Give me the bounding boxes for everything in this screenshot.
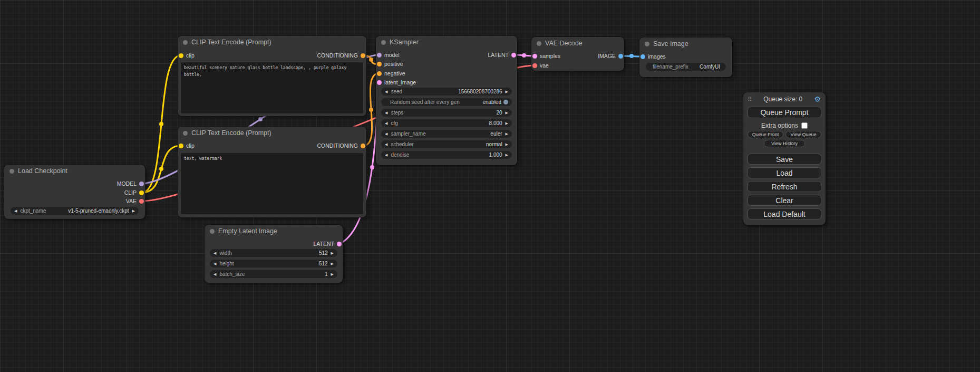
node-graph-canvas[interactable]: Load Checkpoint MODEL CLIP VAE ◀ ckpt_na… [0,0,980,372]
widget-seed[interactable]: ◀ seed 156680208700286 ▶ [381,88,512,96]
slot-dot-conditioning[interactable] [361,144,365,148]
prompt-textarea[interactable]: text, watermark [181,153,363,214]
clear-button[interactable]: Clear [748,195,821,206]
widget-steps[interactable]: ◀ steps 20 ▶ [381,109,512,117]
widget-scheduler[interactable]: ◀ scheduler normal ▶ [381,140,512,148]
increment-arrow-icon[interactable]: ▶ [506,140,508,148]
slot-label: CONDITIONING [317,142,358,149]
decrement-arrow-icon[interactable]: ◀ [385,140,387,148]
widget-name: steps [391,110,403,116]
node-title: Save Image [653,40,688,47]
slot-dot-conditioning[interactable] [361,53,365,58]
node-status-dot [183,40,188,45]
increment-arrow-icon[interactable]: ▶ [506,109,508,117]
increment-arrow-icon[interactable]: ▶ [506,119,508,127]
slot-label: MODEL [117,180,137,187]
increment-arrow-icon[interactable]: ▶ [132,207,135,215]
widget-name: seed [391,89,402,94]
node-clip-text-encode-negative[interactable]: CLIP Text Encode (Prompt) clip CONDITION… [178,127,366,217]
slot-label: IMAGE [598,53,616,59]
node-title-bar[interactable]: Load Checkpoint [4,165,145,177]
widget-batch-size[interactable]: ◀ batch_size 1 ▶ [210,270,337,278]
widget-name: batch_size [219,271,245,277]
widget-value: ComfyUI [700,64,720,70]
slot-label: clip [186,52,195,59]
node-title-bar[interactable]: VAE Decode [531,37,624,50]
output-slot-vae: VAE [126,197,144,205]
slot-dot-clip[interactable] [139,190,144,195]
drag-handle-icon[interactable]: ⠿ [748,96,752,103]
widget-value: 8.000 [489,120,502,126]
node-load-checkpoint[interactable]: Load Checkpoint MODEL CLIP VAE ◀ ckpt_na… [4,165,145,219]
refresh-button[interactable]: Refresh [748,181,821,192]
widget-filename-prefix[interactable]: filename_prefix ComfyUI [646,63,726,71]
widget-ckpt-name[interactable]: ◀ ckpt_name v1-5-pruned-emaonly.ckpt ▶ [11,207,139,215]
decrement-arrow-icon[interactable]: ◀ [14,207,17,215]
slot-dot-latent-image[interactable] [377,80,382,85]
increment-arrow-icon[interactable]: ▶ [331,260,334,268]
widget-sampler-name[interactable]: ◀ sampler_name euler ▶ [381,130,512,138]
node-empty-latent-image[interactable]: Empty Latent Image LATENT ◀ width 512 ▶ … [205,225,343,283]
slot-dot-negative[interactable] [377,71,382,76]
increment-arrow-icon[interactable]: ▶ [506,88,508,96]
slot-dot-clip[interactable] [179,53,183,58]
node-title-bar[interactable]: KSampler [376,36,517,49]
node-title-bar[interactable]: CLIP Text Encode (Prompt) [178,127,366,139]
decrement-arrow-icon[interactable]: ◀ [214,249,216,257]
widget-denoise[interactable]: ◀ denoise 1.000 ▶ [381,151,512,159]
slot-dot-vae[interactable] [532,63,537,68]
settings-gear-icon[interactable]: ⚙ [814,96,821,103]
increment-arrow-icon[interactable]: ▶ [331,270,334,278]
node-clip-text-encode-positive[interactable]: CLIP Text Encode (Prompt) clip CONDITION… [178,36,366,116]
view-queue-button[interactable]: View Queue [785,131,821,138]
decrement-arrow-icon[interactable]: ◀ [214,270,216,278]
slot-dot-image[interactable] [618,54,623,59]
toggle-indicator[interactable] [503,100,508,104]
node-status-dot [9,169,14,174]
slot-dot-vae[interactable] [139,199,144,204]
extra-options-label: Extra options [761,122,798,129]
widget-cfg[interactable]: ◀ cfg 8.000 ▶ [381,119,512,127]
node-title-bar[interactable]: CLIP Text Encode (Prompt) [178,36,366,49]
node-vae-decode[interactable]: VAE Decode samples vae IMAGE [531,37,624,71]
node-save-image[interactable]: Save Image images filename_prefix ComfyU… [639,37,732,77]
input-slot-model: model [377,51,400,59]
widget-random-seed-toggle[interactable]: Random seed after every gen enabled [381,98,512,106]
extra-options-checkbox[interactable] [801,122,808,129]
slot-dot-images[interactable] [641,54,645,59]
increment-arrow-icon[interactable]: ▶ [331,249,334,257]
slot-dot-latent[interactable] [337,242,342,246]
decrement-arrow-icon[interactable]: ◀ [385,130,387,138]
node-ksampler[interactable]: KSampler model positive negative latent_… [376,36,517,165]
slot-dot-latent[interactable] [511,53,516,58]
decrement-arrow-icon[interactable]: ◀ [385,151,387,159]
increment-arrow-icon[interactable]: ▶ [506,151,508,159]
decrement-arrow-icon[interactable]: ◀ [385,119,387,127]
input-slot-samples: samples [532,52,560,60]
node-title-bar[interactable]: Empty Latent Image [205,225,343,237]
save-button[interactable]: Save [748,154,821,165]
decrement-arrow-icon[interactable]: ◀ [385,88,387,96]
link-midpoint-dot [159,167,163,171]
increment-arrow-icon[interactable]: ▶ [506,130,508,138]
view-history-button[interactable]: View History [764,140,805,147]
slot-dot-samples[interactable] [532,54,537,59]
slot-dot-model[interactable] [139,182,144,186]
widget-name: ckpt_name [20,208,46,214]
slot-label: latent_image [384,79,416,85]
widget-value: 512 [319,261,328,266]
widget-width[interactable]: ◀ width 512 ▶ [210,249,337,257]
widget-height[interactable]: ◀ height 512 ▶ [210,260,337,268]
queue-front-button[interactable]: Queue Front [748,131,783,138]
decrement-arrow-icon[interactable]: ◀ [385,109,387,117]
load-button[interactable]: Load [748,167,821,178]
node-title-bar[interactable]: Save Image [639,37,732,50]
slot-dot-model[interactable] [377,53,382,58]
queue-buttons-row: Queue Front View Queue [748,131,821,138]
load-default-button[interactable]: Load Default [748,208,821,220]
slot-dot-clip[interactable] [179,144,183,148]
queue-prompt-button[interactable]: Queue Prompt [748,107,821,118]
decrement-arrow-icon[interactable]: ◀ [214,260,216,268]
slot-dot-positive[interactable] [377,62,382,66]
prompt-textarea[interactable]: beautiful scenery nature glass bottle la… [181,62,363,113]
